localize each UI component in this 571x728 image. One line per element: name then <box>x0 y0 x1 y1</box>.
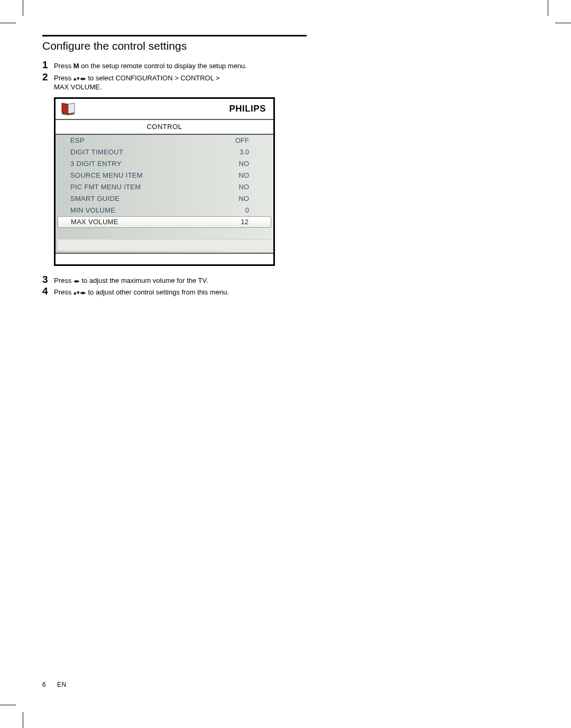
osd-row[interactable]: SMART GUIDENO <box>56 193 273 205</box>
content-column: Configure the control settings 1 Press M… <box>42 35 307 298</box>
step-4: 4 Press ▴▾◂▸ to adjust other control set… <box>42 286 307 297</box>
page-number: 6 <box>42 681 46 688</box>
osd-row-value: 12 <box>227 218 248 226</box>
osd-spacer <box>56 228 273 238</box>
page-footer: 6 EN <box>42 681 67 688</box>
arrow-keys-icon: ▴▾◂▸ <box>73 75 86 81</box>
section-title: Configure the control settings <box>42 40 307 52</box>
osd-row[interactable]: 3 DIGIT ENTRYNO <box>56 158 273 170</box>
step-number: 4 <box>42 286 54 296</box>
osd-row[interactable]: ESPOFF <box>56 135 273 146</box>
page: Configure the control settings 1 Press M… <box>0 0 571 728</box>
osd-empty-row <box>58 239 271 251</box>
step-3: 3 Press ◂▸ to adjust the maximum volume … <box>42 274 307 285</box>
osd-row-label: PIC FMT MENU ITEM <box>70 183 228 191</box>
osd-row-value: OFF <box>228 136 249 144</box>
text: to select <box>86 74 116 82</box>
arrow-keys-icon: ◂▸ <box>73 278 80 284</box>
text: to adjust other control settings from th… <box>86 288 229 296</box>
osd-panel: PHILIPS CONTROL ESPOFFDIGIT TIMEOUT3.03 … <box>54 97 275 266</box>
text: . <box>100 83 102 91</box>
osd-row-label: MAX VOLUME <box>71 218 227 226</box>
step-number: 2 <box>42 72 54 82</box>
osd-footer-bar <box>56 253 273 264</box>
crop-mark <box>0 705 16 705</box>
text: Press <box>54 74 73 82</box>
crop-mark <box>548 0 548 16</box>
step-1: 1 Press M on the setup remote control to… <box>42 60 307 71</box>
step-text: Press ▴▾◂▸ to select CONFIGURATION > CON… <box>54 72 220 92</box>
text: Press <box>54 277 73 284</box>
osd-row-label: SOURCE MENU ITEM <box>70 171 228 179</box>
osd-row[interactable]: DIGIT TIMEOUT3.0 <box>56 146 273 158</box>
osd-tab-label: CONTROL <box>56 120 273 134</box>
crop-mark <box>23 0 23 16</box>
osd-row-value: 0 <box>228 206 249 214</box>
osd-row-value: NO <box>228 171 249 179</box>
text: to adjust the maximum volume for the TV. <box>80 277 208 284</box>
osd-row-label: DIGIT TIMEOUT <box>70 148 228 156</box>
text: > <box>214 74 219 82</box>
text: Press <box>54 288 73 296</box>
step-text: Press M on the setup remote control to d… <box>54 60 247 71</box>
section-rule <box>42 35 307 36</box>
arrow-keys-icon: ▴▾◂▸ <box>73 289 86 296</box>
language-code: EN <box>57 681 67 688</box>
text: Press <box>54 62 73 70</box>
book-icon <box>61 102 77 116</box>
step-number: 3 <box>42 274 54 284</box>
step-number: 1 <box>42 60 54 70</box>
osd-row-value: 3.0 <box>228 148 249 156</box>
osd-row[interactable]: PIC FMT MENU ITEMNO <box>56 181 273 193</box>
text: > <box>173 74 181 82</box>
step-text: Press ▴▾◂▸ to adjust other control setti… <box>54 286 229 297</box>
crop-mark <box>0 23 16 23</box>
menu-path: CONFIGURATION <box>115 74 172 82</box>
text: on the setup remote control to display t… <box>79 62 247 70</box>
osd-titlebar: PHILIPS <box>56 99 273 120</box>
osd-row-label: ESP <box>70 136 228 144</box>
crop-mark <box>555 23 571 23</box>
brand-logo: PHILIPS <box>229 104 266 114</box>
step-text: Press ◂▸ to adjust the maximum volume fo… <box>54 274 208 285</box>
osd-row-value: NO <box>228 195 249 202</box>
osd-row-label: 3 DIGIT ENTRY <box>70 160 228 168</box>
osd-row-value: NO <box>228 160 249 168</box>
osd-row[interactable]: SOURCE MENU ITEMNO <box>56 170 273 181</box>
osd-menu-list: ESPOFFDIGIT TIMEOUT3.03 DIGIT ENTRYNOSOU… <box>56 134 273 253</box>
step-2: 2 Press ▴▾◂▸ to select CONFIGURATION > C… <box>42 72 307 92</box>
osd-row-label: SMART GUIDE <box>70 195 228 202</box>
crop-mark <box>23 712 23 728</box>
osd-row-selected[interactable]: MAX VOLUME12 <box>58 216 271 228</box>
key-M: M <box>73 62 79 70</box>
osd-row-label: MIN VOLUME <box>70 206 228 214</box>
osd-row[interactable]: MIN VOLUME0 <box>56 205 273 216</box>
osd-row-value: NO <box>228 183 249 191</box>
menu-path: CONTROL <box>180 74 214 82</box>
menu-path: MAX VOLUME <box>54 83 100 91</box>
